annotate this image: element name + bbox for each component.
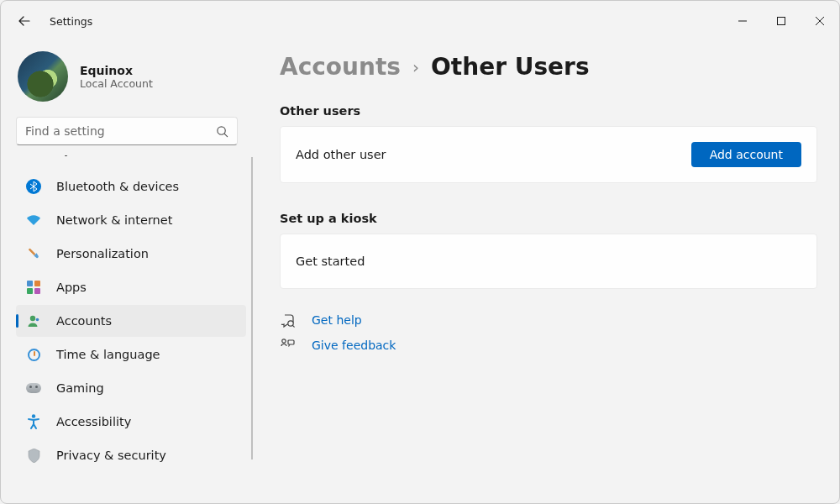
maximize-icon xyxy=(777,17,785,25)
breadcrumb: Accounts › Other Users xyxy=(280,53,817,81)
section-heading: Other users xyxy=(280,104,817,118)
get-help-row: Get help xyxy=(280,312,817,328)
get-help-link[interactable]: Get help xyxy=(312,313,362,327)
breadcrumb-parent[interactable]: Accounts xyxy=(280,53,401,81)
titlebar: Settings xyxy=(1,1,839,41)
svg-point-3 xyxy=(30,316,35,321)
minimize-icon xyxy=(738,17,747,25)
sidebar-item-label: Personalization xyxy=(56,247,149,260)
card-label: Get started xyxy=(296,255,365,268)
profile-name: Equinox xyxy=(80,64,153,77)
chevron-right-icon: › xyxy=(412,57,419,77)
sidebar-item-time[interactable]: Time & language xyxy=(16,339,246,370)
search-input[interactable] xyxy=(25,124,209,138)
sidebar-item-personalization[interactable]: Personalization xyxy=(16,238,246,270)
minimize-button[interactable] xyxy=(723,8,762,34)
sidebar-item-label: Accounts xyxy=(56,314,112,328)
sidebar-item-apps[interactable]: Apps xyxy=(16,271,246,303)
give-feedback-row: Give feedback xyxy=(280,338,817,353)
sidebar-item-label: Network & internet xyxy=(56,213,172,227)
close-icon xyxy=(816,17,824,25)
sidebar-item-label: Apps xyxy=(56,281,87,294)
section-kiosk: Set up a kiosk Get started xyxy=(280,212,817,289)
svg-point-7 xyxy=(281,339,285,343)
avatar xyxy=(18,51,68,102)
sidebar-item-label: System xyxy=(56,155,102,156)
sidebar-item-network[interactable]: Network & internet xyxy=(16,204,246,236)
add-account-button[interactable]: Add account xyxy=(691,142,801,167)
search-icon xyxy=(216,125,228,138)
breadcrumb-current: Other Users xyxy=(431,53,590,81)
sidebar-item-accounts[interactable]: Accounts xyxy=(16,305,246,337)
wifi-icon xyxy=(26,213,41,228)
sidebar: Equinox Local Account System Bl xyxy=(1,41,253,504)
sidebar-item-system[interactable]: System xyxy=(16,155,246,169)
give-feedback-link[interactable]: Give feedback xyxy=(312,339,396,352)
gamepad-icon xyxy=(26,381,41,396)
section-other-users: Other users Add other user Add account xyxy=(280,104,817,183)
kiosk-get-started-card[interactable]: Get started xyxy=(280,234,817,289)
sidebar-scrollbar[interactable] xyxy=(251,157,253,459)
profile-block[interactable]: Equinox Local Account xyxy=(1,46,253,117)
back-button[interactable] xyxy=(8,4,41,38)
feedback-icon xyxy=(280,338,295,353)
maximize-button[interactable] xyxy=(762,8,801,34)
system-icon xyxy=(26,155,41,158)
window-controls xyxy=(723,8,839,34)
paintbrush-icon xyxy=(26,246,41,261)
shield-icon xyxy=(26,448,41,463)
help-icon xyxy=(280,312,295,328)
sidebar-item-bluetooth[interactable]: Bluetooth & devices xyxy=(16,171,246,202)
footer-links: Get help Give feedback xyxy=(280,312,817,353)
profile-subtitle: Local Account xyxy=(80,77,153,90)
search-box[interactable] xyxy=(16,117,238,145)
card-label: Add other user xyxy=(296,148,386,161)
bluetooth-icon xyxy=(26,179,41,194)
sidebar-item-label: Gaming xyxy=(56,381,104,395)
apps-icon xyxy=(26,280,41,295)
main-content: Accounts › Other Users Other users Add o… xyxy=(253,41,839,504)
sidebar-item-label: Bluetooth & devices xyxy=(56,180,179,193)
svg-point-1 xyxy=(218,126,225,134)
section-heading: Set up a kiosk xyxy=(280,212,817,225)
clock-icon xyxy=(26,347,41,362)
sidebar-item-label: Time & language xyxy=(56,348,160,361)
svg-point-5 xyxy=(32,414,35,417)
sidebar-item-gaming[interactable]: Gaming xyxy=(16,372,246,404)
svg-rect-2 xyxy=(29,248,36,255)
svg-rect-0 xyxy=(778,18,785,25)
sidebar-item-accessibility[interactable]: Accessibility xyxy=(16,406,246,438)
sidebar-item-label: Accessibility xyxy=(56,415,131,428)
sidebar-item-label: Privacy & security xyxy=(56,449,166,462)
svg-point-4 xyxy=(36,318,39,322)
svg-rect-8 xyxy=(288,340,294,344)
person-icon xyxy=(26,313,41,328)
app-title: Settings xyxy=(50,15,92,28)
accessibility-icon xyxy=(26,414,41,429)
back-arrow-icon xyxy=(18,14,31,28)
sidebar-item-privacy[interactable]: Privacy & security xyxy=(16,439,246,471)
close-button[interactable] xyxy=(801,8,839,34)
add-other-user-card: Add other user Add account xyxy=(280,126,817,183)
